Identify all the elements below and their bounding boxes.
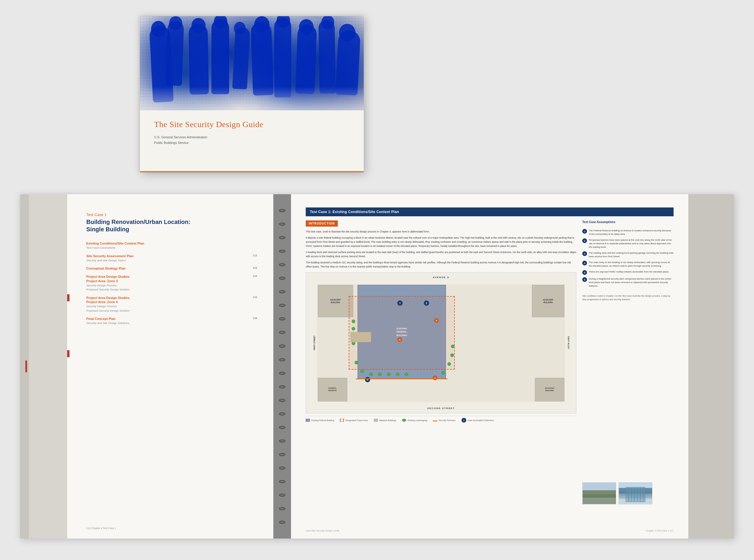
spine-ring (279, 372, 285, 375)
right-page-footer-left: GSA Site Security Design Guide (306, 529, 339, 532)
spine-ring (279, 521, 285, 524)
additional-notes: Site conditions noted in Chapter 4 in th… (582, 294, 674, 301)
security-perimeter (356, 378, 447, 379)
case-assumptions-title: Test Case Assumptions (582, 220, 674, 224)
book-page-right: Test Case 1: Existing Conditions/Site Co… (291, 194, 688, 539)
badge-6: 6 (365, 377, 370, 382)
spine-ring (279, 439, 285, 443)
photo-thumb-2 (619, 482, 652, 504)
block-ne: ADJACENTBUILDING (532, 285, 564, 317)
cover-title: The Site Security Design Guide (154, 120, 350, 129)
key-row-5: Security Perimeter (433, 418, 456, 423)
spine-ring (279, 453, 285, 456)
second-street-label: SECOND STREET (427, 407, 455, 409)
right-page-header: Test Case 1: Existing Conditions/Site Co… (306, 207, 674, 216)
intro-text-2: It depicts a solo federal building occup… (306, 236, 576, 248)
book-left-cover (20, 194, 67, 539)
toc-item-6: Final Concept Plan 116 Security and Site… (86, 317, 257, 325)
badge-5: 5 (434, 318, 439, 323)
cover-image (140, 16, 364, 111)
red-marker-1 (67, 294, 70, 301)
assumption-1: 1 The Federal Reserve building on Avenue… (582, 229, 674, 236)
cover-subtitle-line2: Public Buildings Service (154, 140, 350, 146)
intro-text-3: A loading dock and reserved surface park… (306, 250, 576, 258)
first-street-label: FIRST STREET (313, 336, 315, 350)
key-security (433, 421, 437, 421)
spine-ring (279, 426, 285, 429)
intro-section: INTRODUCTION This test case, used to ill… (306, 220, 576, 269)
spine-ring (279, 344, 285, 347)
key-number-badge: 1 (462, 418, 466, 423)
spine-ring (279, 399, 285, 402)
toc-item-2: Site Security Assessment Plan 112 Securi… (86, 254, 257, 262)
cover-subtitle-line1: U.S. General Services Administration (154, 135, 350, 140)
key-adjacent (374, 419, 378, 422)
spine-ring (279, 249, 285, 253)
block-sw: FEDERALRESERVE (318, 378, 347, 401)
spine-ring (279, 263, 285, 266)
key-trees (402, 419, 406, 422)
badge-2: 2 (424, 300, 429, 306)
spine-ring (279, 494, 285, 497)
left-section-label: Test Case 1 (86, 213, 107, 217)
spine-ring (279, 331, 285, 334)
spine-ring (279, 412, 285, 416)
spine-ring (279, 480, 285, 483)
spine-ring (279, 466, 285, 469)
toc-item-4: Project Area Design Studies 114 Project … (86, 275, 257, 291)
book-spine (273, 194, 291, 539)
key-row-4: Existing Landscaping (402, 418, 427, 423)
right-page-footer-right: Chapter 4 Test Case 1 111 (645, 529, 674, 532)
right-street (565, 273, 576, 413)
map-key: Existing Federal Building Designated Pro… (306, 416, 576, 423)
key-row-6: 1 Case Assumption Reference (462, 418, 494, 423)
key-row-3: Adjacent Buildings (374, 418, 397, 423)
assumption-4: 4 The main entry to the building is not … (582, 261, 674, 268)
intro-header: INTRODUCTION (306, 220, 338, 226)
spine-ring (279, 290, 285, 293)
left-section-title: Building Renovation/Urban Location: Sing… (86, 218, 257, 233)
spine-ring (279, 222, 285, 226)
spine-ring (279, 236, 285, 239)
key-row-2: Designated Project Area (340, 418, 368, 423)
assumption-2: 2 Temporary barriers have been placed at… (582, 238, 674, 249)
badge-1: 1 (397, 300, 403, 306)
block-nw: ADJACENTBUILDING (318, 285, 353, 317)
spine-ring (279, 317, 285, 320)
spine-rings (279, 200, 285, 533)
open-book: Test Case 1 Building Renovation/Urban Lo… (20, 194, 734, 539)
intro-text-4: The building received a medium ISC secur… (306, 260, 576, 269)
spine-ring (279, 277, 285, 280)
toc-item-3: Conceptual Strategy Plan 113 (86, 266, 257, 271)
badge-3: 3 (433, 376, 438, 380)
spine-ring (279, 209, 285, 212)
book-page-left: Test Case 1 Building Renovation/Urban Lo… (67, 194, 273, 539)
assumption-5: 5 There are exposed HVAC rooftop intakes… (582, 270, 674, 275)
photo-thumbnails (582, 482, 674, 504)
east-alley-label: EAST ALLEY (567, 336, 569, 349)
assumptions-list: 1 The Federal Reserve building on Avenue… (582, 229, 674, 290)
spine-ring (279, 358, 285, 361)
book-right-cover (688, 194, 734, 539)
block-se: ADJACENTBUILDING (535, 378, 564, 401)
key-federal-building (306, 419, 310, 422)
spine-ring (279, 304, 285, 307)
intro-text-1: This test case, used to illustrate the s… (306, 229, 576, 234)
badge-4: 4 (397, 337, 402, 342)
assumption-3: 3 The loading dock and the underground p… (582, 251, 674, 258)
cover-bottom: The Site Security Design Guide U.S. Gene… (140, 111, 364, 154)
photo-thumb-1 (582, 482, 616, 504)
spine-ring (279, 385, 285, 388)
right-right-column: Test Case Assumptions 1 The Federal Rese… (582, 220, 674, 504)
left-page-footer: 110 Chapter 4 Test Case 1 (86, 527, 116, 530)
right-left-column: INTRODUCTION This test case, used to ill… (306, 220, 576, 504)
spine-ring (279, 507, 285, 510)
cover-orange-stripe (140, 171, 364, 172)
key-project-area (340, 419, 344, 422)
red-marker-2 (67, 350, 70, 357)
site-map-container: AVENUE A FIRST STREET SECOND STREET EAST… (306, 272, 576, 423)
key-row-1: Existing Federal Building (306, 418, 334, 423)
book-cover: The Site Security Design Guide U.S. Gene… (140, 16, 364, 172)
toc-item-5: Project Area Design Studies 115 Project … (86, 296, 257, 313)
assumption-6: 6 During a heightened security alert, te… (582, 277, 674, 288)
